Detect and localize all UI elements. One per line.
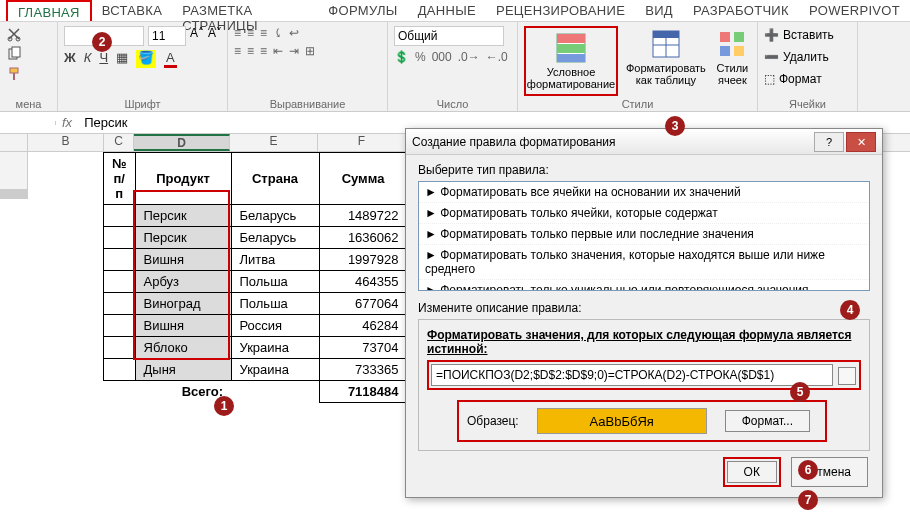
- rule-formula-input[interactable]: [431, 364, 833, 386]
- comma-icon[interactable]: 000: [432, 50, 452, 64]
- cell-product[interactable]: Персик: [135, 205, 231, 227]
- cell-product[interactable]: Дыня: [135, 359, 231, 381]
- percent-icon[interactable]: %: [415, 50, 426, 64]
- table-row[interactable]: ВишняЛитва1997928: [104, 249, 408, 271]
- col-D[interactable]: D: [134, 134, 230, 151]
- conditional-formatting-button[interactable]: Условное форматирование: [528, 30, 614, 92]
- cell-sum[interactable]: 1636062: [319, 227, 407, 249]
- cell-country[interactable]: Литва: [231, 249, 319, 271]
- border-icon[interactable]: ▦: [116, 50, 128, 68]
- cell-country[interactable]: Украина: [231, 359, 319, 381]
- table-row[interactable]: ВишняРоссия46284: [104, 315, 408, 337]
- cell-sum[interactable]: 1489722: [319, 205, 407, 227]
- format-painter-icon[interactable]: [6, 66, 22, 82]
- wrap-text-icon[interactable]: ↩: [289, 26, 299, 40]
- decrease-decimal-icon[interactable]: ←.0: [486, 50, 508, 64]
- tab-developer[interactable]: РАЗРАБОТЧИК: [683, 0, 799, 21]
- cell-sum[interactable]: 733365: [319, 359, 407, 381]
- increase-indent-icon[interactable]: ⇥: [289, 44, 299, 58]
- decrease-indent-icon[interactable]: ⇤: [273, 44, 283, 58]
- rule-option[interactable]: ► Форматировать только ячейки, которые с…: [419, 203, 869, 224]
- cell-styles-button[interactable]: Стили ячеек: [714, 26, 751, 88]
- cut-icon[interactable]: [6, 26, 22, 42]
- rule-option[interactable]: ► Форматировать все ячейки на основании …: [419, 182, 869, 203]
- ok-button[interactable]: ОК: [727, 461, 777, 483]
- tab-page-layout[interactable]: РАЗМЕТКА СТРАНИЦЫ: [172, 0, 318, 21]
- col-F[interactable]: F: [318, 134, 406, 151]
- select-all-corner[interactable]: [0, 134, 28, 151]
- format-button[interactable]: Формат...: [725, 410, 810, 432]
- font-color-icon[interactable]: A: [164, 50, 177, 68]
- table-row[interactable]: ПерсикБеларусь1636062: [104, 227, 408, 249]
- rule-option[interactable]: ► Форматировать только уникальные или по…: [419, 280, 869, 291]
- cell-sum[interactable]: 1997928: [319, 249, 407, 271]
- format-cells-button[interactable]: ⬚Формат: [764, 70, 822, 88]
- cell-country[interactable]: Беларусь: [231, 205, 319, 227]
- table-row[interactable]: ДыняУкраина733365: [104, 359, 408, 381]
- insert-cells-button[interactable]: ➕Вставить: [764, 26, 834, 44]
- italic-button[interactable]: К: [84, 50, 92, 68]
- tab-home[interactable]: ГЛАВНАЯ: [6, 0, 92, 21]
- increase-font-icon[interactable]: A˄: [190, 26, 204, 46]
- table-row[interactable]: ЯблокоУкраина73704: [104, 337, 408, 359]
- cell-sum[interactable]: 46284: [319, 315, 407, 337]
- name-box[interactable]: [0, 121, 56, 125]
- group-cells-label: Ячейки: [764, 98, 851, 110]
- align-top-icon[interactable]: ≡: [234, 26, 241, 40]
- col-C[interactable]: C: [104, 134, 134, 151]
- tab-data[interactable]: ДАННЫЕ: [408, 0, 486, 21]
- cell-sum[interactable]: 73704: [319, 337, 407, 359]
- range-picker-icon[interactable]: [838, 367, 856, 385]
- decrease-font-icon[interactable]: A˅: [208, 26, 222, 46]
- rule-option[interactable]: ► Форматировать только значения, которые…: [419, 245, 869, 280]
- increase-decimal-icon[interactable]: .0→: [458, 50, 480, 64]
- copy-icon[interactable]: [6, 46, 22, 62]
- align-left-icon[interactable]: ≡: [234, 44, 241, 58]
- fx-label[interactable]: fx: [56, 115, 78, 130]
- col-B[interactable]: B: [28, 134, 104, 151]
- currency-icon[interactable]: 💲: [394, 50, 409, 64]
- tab-insert[interactable]: ВСТАВКА: [92, 0, 172, 21]
- cell-product[interactable]: Вишня: [135, 315, 231, 337]
- cell-country[interactable]: Украина: [231, 337, 319, 359]
- align-center-icon[interactable]: ≡: [247, 44, 254, 58]
- tab-formulas[interactable]: ФОРМУЛЫ: [318, 0, 407, 21]
- orientation-icon[interactable]: ⤹: [273, 26, 283, 40]
- cell-country[interactable]: Беларусь: [231, 227, 319, 249]
- delete-cells-button[interactable]: ➖Удалить: [764, 48, 829, 66]
- rule-option[interactable]: ► Форматировать только первые или послед…: [419, 224, 869, 245]
- bold-button[interactable]: Ж: [64, 50, 76, 68]
- callout-7: 7: [798, 490, 818, 510]
- number-format-select[interactable]: [394, 26, 504, 46]
- cell-product[interactable]: Вишня: [135, 249, 231, 271]
- cell-country[interactable]: Польша: [231, 293, 319, 315]
- group-align-label: Выравнивание: [234, 98, 381, 110]
- cell-product[interactable]: Арбуз: [135, 271, 231, 293]
- svg-rect-16: [720, 46, 730, 56]
- help-button[interactable]: ?: [814, 132, 844, 152]
- tab-review[interactable]: РЕЦЕНЗИРОВАНИЕ: [486, 0, 635, 21]
- cell-product[interactable]: Персик: [135, 227, 231, 249]
- cell-sum[interactable]: 464355: [319, 271, 407, 293]
- col-E[interactable]: E: [230, 134, 318, 151]
- font-size-input[interactable]: [148, 26, 186, 46]
- underline-button[interactable]: Ч: [99, 50, 108, 68]
- tab-view[interactable]: ВИД: [635, 0, 683, 21]
- table-row[interactable]: ВиноградПольша677064: [104, 293, 408, 315]
- tab-powerpivot[interactable]: POWERPIVOT: [799, 0, 910, 21]
- align-middle-icon[interactable]: ≡: [247, 26, 254, 40]
- cell-country[interactable]: Россия: [231, 315, 319, 337]
- table-row[interactable]: АрбузПольша464355: [104, 271, 408, 293]
- fill-color-icon[interactable]: 🪣: [136, 50, 156, 68]
- table-row[interactable]: ПерсикБеларусь1489722: [104, 205, 408, 227]
- merge-icon[interactable]: ⊞: [305, 44, 315, 58]
- align-bottom-icon[interactable]: ≡: [260, 26, 267, 40]
- cell-country[interactable]: Польша: [231, 271, 319, 293]
- cell-sum[interactable]: 677064: [319, 293, 407, 315]
- rule-type-list[interactable]: ► Форматировать все ячейки на основании …: [418, 181, 870, 291]
- cell-product[interactable]: Виноград: [135, 293, 231, 315]
- align-right-icon[interactable]: ≡: [260, 44, 267, 58]
- format-as-table-button[interactable]: Форматировать как таблицу: [624, 26, 708, 88]
- close-button[interactable]: ✕: [846, 132, 876, 152]
- cell-product[interactable]: Яблоко: [135, 337, 231, 359]
